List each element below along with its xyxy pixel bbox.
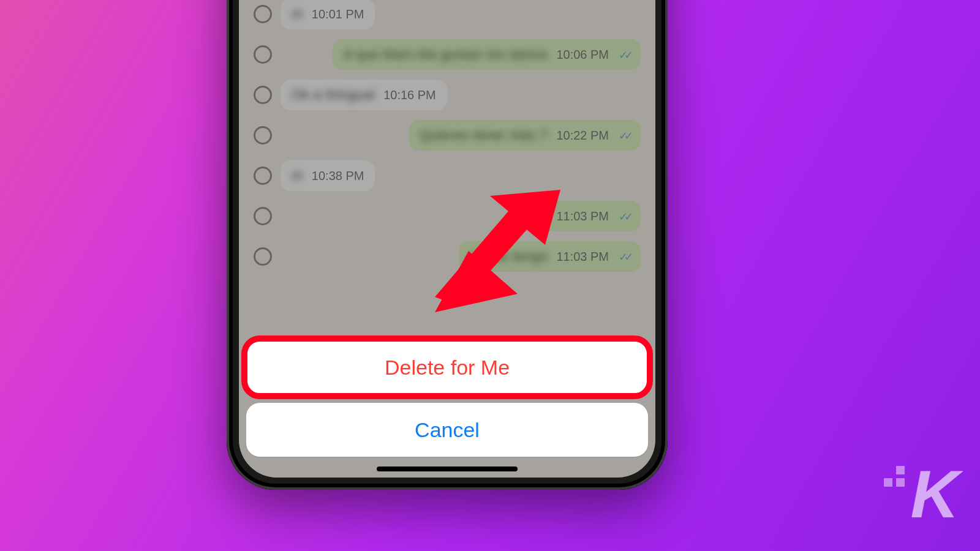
read-ticks-icon: ✓✓ bbox=[619, 48, 630, 62]
incoming-bubble[interactable]: m10:01 PM bbox=[281, 0, 375, 29]
read-ticks-icon: ✓✓ bbox=[619, 210, 630, 223]
delete-for-me-label: Delete for Me bbox=[385, 356, 510, 380]
read-ticks-icon: ✓✓ bbox=[619, 250, 630, 264]
read-ticks-icon: ✓✓ bbox=[619, 129, 630, 143]
outgoing-bubble[interactable]: Bien11:03 PM✓✓ bbox=[508, 201, 641, 231]
select-circle-icon[interactable] bbox=[254, 247, 272, 266]
select-circle-icon[interactable] bbox=[254, 5, 272, 23]
message-timestamp: 10:22 PM bbox=[556, 129, 609, 143]
select-circle-icon[interactable] bbox=[254, 167, 272, 185]
incoming-bubble[interactable]: m10:38 PM bbox=[281, 160, 375, 191]
select-circle-icon[interactable] bbox=[254, 207, 272, 225]
home-indicator bbox=[377, 467, 518, 471]
watermark-dots-icon bbox=[884, 466, 906, 488]
message-row[interactable]: no me tengo11:03 PM✓✓ bbox=[239, 236, 655, 277]
message-row[interactable]: Quieres tener más ?10:22 PM✓✓ bbox=[239, 115, 655, 156]
select-circle-icon[interactable] bbox=[254, 126, 272, 144]
cancel-label: Cancel bbox=[415, 418, 480, 442]
message-timestamp: 10:38 PM bbox=[312, 169, 364, 183]
message-timestamp: 10:01 PM bbox=[312, 7, 364, 21]
message-text: Bien bbox=[519, 208, 548, 224]
stage: m10:01 PMd que blars bla gustan los tato… bbox=[0, 0, 980, 551]
select-circle-icon[interactable] bbox=[254, 45, 272, 64]
message-row[interactable]: d que blars bla gustan los tatoos10:06 P… bbox=[239, 34, 655, 75]
incoming-bubble[interactable]: Ok a thingual10:16 PM bbox=[281, 80, 447, 110]
message-timestamp: 11:03 PM bbox=[556, 209, 609, 223]
cancel-button[interactable]: Cancel bbox=[246, 403, 648, 457]
phone-screen: m10:01 PMd que blars bla gustan los tato… bbox=[239, 0, 655, 478]
watermark: K bbox=[884, 455, 956, 533]
message-timestamp: 10:16 PM bbox=[383, 88, 436, 102]
message-text: d que blars bla gustan los tatoos bbox=[344, 47, 548, 62]
message-row[interactable]: m10:01 PM bbox=[239, 0, 655, 34]
action-sheet: Delete for Me Cancel bbox=[246, 340, 648, 457]
message-text: Quieres tener más ? bbox=[420, 127, 548, 143]
phone-frame: m10:01 PMd que blars bla gustan los tato… bbox=[227, 0, 668, 490]
delete-for-me-button[interactable]: Delete for Me bbox=[246, 340, 648, 394]
message-row[interactable]: Ok a thingual10:16 PM bbox=[239, 75, 655, 115]
message-text: Ok a thingual bbox=[292, 87, 375, 103]
outgoing-bubble[interactable]: Quieres tener más ?10:22 PM✓✓ bbox=[409, 120, 641, 151]
message-row[interactable]: m10:38 PM bbox=[239, 156, 655, 196]
message-text: no me tengo bbox=[470, 249, 548, 264]
message-row[interactable]: Bien11:03 PM✓✓ bbox=[239, 196, 655, 236]
watermark-letter: K bbox=[911, 455, 956, 533]
outgoing-bubble[interactable]: d que blars bla gustan los tatoos10:06 P… bbox=[333, 39, 641, 70]
outgoing-bubble[interactable]: no me tengo11:03 PM✓✓ bbox=[459, 241, 641, 272]
message-timestamp: 11:03 PM bbox=[556, 250, 609, 264]
message-timestamp: 10:06 PM bbox=[556, 48, 609, 62]
message-text: m bbox=[292, 6, 303, 22]
select-circle-icon[interactable] bbox=[254, 86, 272, 104]
message-text: m bbox=[292, 168, 303, 184]
